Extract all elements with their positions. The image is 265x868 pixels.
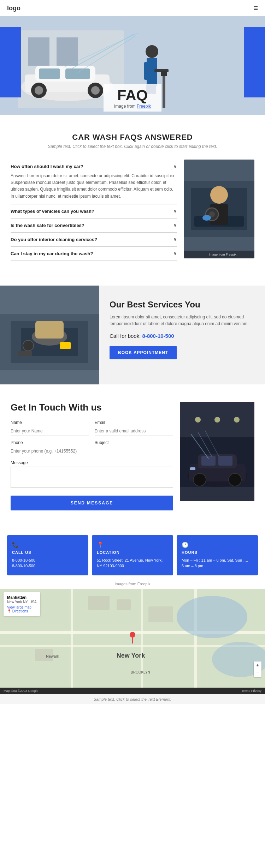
subject-input[interactable]: [95, 447, 173, 456]
svg-rect-40: [35, 321, 64, 339]
faq-question-text-2: What types of vehicles can you wash?: [11, 209, 94, 214]
faq-question-text-3: Is the wash safe for convertibles?: [11, 223, 84, 228]
svg-point-66: [177, 596, 247, 638]
services-text: Lorem ipsum dolor sit amet, consectetur …: [110, 314, 254, 327]
services-title: Our Best Services You: [110, 300, 254, 310]
faq-arrow-5: ∨: [173, 251, 177, 256]
contact-car-image: [180, 402, 254, 501]
svg-text:Newark: Newark: [46, 654, 59, 658]
hero-text-block: FAQ Image from Freepik: [104, 84, 161, 112]
form-group-name: Name: [11, 420, 89, 436]
faq-question-3[interactable]: Is the wash safe for convertibles? ∨: [11, 223, 177, 228]
message-label: Message: [11, 460, 173, 465]
faq-content: How often should I wash my car? ∨ Answer…: [11, 160, 254, 261]
svg-rect-53: [190, 467, 195, 470]
faq-arrow-3: ∨: [173, 223, 177, 228]
name-input[interactable]: [11, 426, 89, 436]
hours-icon: 🕐: [182, 541, 253, 548]
logo: logo: [7, 5, 20, 12]
svg-point-59: [234, 417, 240, 423]
location-icon: 📍: [97, 541, 168, 548]
faq-section: CAR WASH FAQS ANSWERED Sample text. Clic…: [0, 115, 265, 271]
contact-section: Get In Touch With us Name Email Phone Su…: [0, 384, 265, 528]
services-content: Our Best Services You Lorem ipsum dolor …: [99, 286, 265, 384]
svg-point-52: [229, 473, 241, 486]
hamburger-icon[interactable]: ≡: [253, 4, 258, 13]
map-overlay-address: New York NY, USA: [7, 600, 37, 604]
svg-rect-22: [163, 73, 165, 108]
map-placeholder[interactable]: New York Newark BROOKLYN Manhattan New Y…: [0, 589, 265, 688]
hours-card-text: Mon – Fri : 11 am – 8 pm, Sat, Sun …. 6 …: [182, 557, 253, 569]
map-zoom-in[interactable]: +: [254, 662, 261, 669]
faq-heading: CAR WASH FAQS ANSWERED: [11, 133, 254, 142]
map-footer-right: Terms Privacy: [241, 689, 261, 693]
svg-rect-18: [144, 62, 148, 80]
faq-subtext: Sample text. Click to select the text bo…: [11, 144, 254, 149]
map-footer: Map data ©2023 Google Terms Privacy: [0, 688, 265, 694]
hero-title: FAQ: [114, 87, 151, 104]
svg-rect-3: [57, 37, 78, 66]
faq-question-1[interactable]: How often should I wash my car? ∨: [11, 164, 177, 169]
info-cards-section: 📞 CALL US 8-800-10-500, 8-800-10-500 📍 L…: [0, 528, 265, 579]
form-group-subject: Subject: [95, 440, 173, 456]
message-textarea[interactable]: [11, 467, 173, 488]
faq-item-1: How often should I wash my car? ∨ Answer…: [11, 160, 177, 204]
faq-question-2[interactable]: What types of vehicles can you wash? ∨: [11, 209, 177, 214]
contact-form-area: Get In Touch With us Name Email Phone Su…: [11, 402, 173, 510]
form-row-phone-subject: Phone Subject: [11, 440, 173, 456]
faq-item-2: What types of vehicles can you wash? ∨: [11, 204, 177, 219]
info-card-location: 📍 LOCATION 51 Rock Street, 21 Avenue, Ne…: [92, 535, 173, 575]
svg-rect-69: [117, 599, 131, 610]
form-group-email: Email: [95, 420, 173, 436]
faq-arrow-2: ∨: [173, 209, 177, 214]
hero-freepik-link[interactable]: Freepik: [137, 104, 151, 109]
hours-card-title: HOURS: [182, 550, 253, 555]
faq-item-3: Is the wash safe for convertibles? ∨: [11, 219, 177, 233]
svg-point-41: [23, 340, 34, 351]
form-row-name-email: Name Email: [11, 420, 173, 436]
services-section: Our Best Services You Lorem ipsum dolor …: [0, 286, 265, 384]
faq-arrow-4: ∨: [173, 237, 177, 242]
map-zoom-out[interactable]: −: [254, 669, 261, 677]
svg-rect-49: [201, 456, 216, 466]
map-overlay: Manhattan New York NY, USA View large ma…: [4, 592, 40, 616]
svg-text:BROOKLYN: BROOKLYN: [131, 670, 150, 674]
faq-answer-1: Answer: Lorem ipsum dolor sit amet, cons…: [11, 173, 177, 200]
faq-right-image: Image from Freepik: [184, 160, 254, 261]
info-card-hours: 🕐 HOURS Mon – Fri : 11 am – 8 pm, Sat, S…: [177, 535, 258, 575]
phone-link[interactable]: 8-800-10-500: [142, 333, 174, 339]
send-message-button[interactable]: SEND MESSAGE: [11, 496, 173, 510]
svg-point-57: [195, 417, 201, 423]
services-image: [0, 286, 99, 384]
faq-questions: How often should I wash my car? ∨ Answer…: [11, 160, 177, 261]
svg-rect-7: [39, 68, 60, 79]
email-input[interactable]: [95, 426, 173, 436]
svg-text:Image from Freepik: Image from Freepik: [209, 253, 237, 256]
phone-input[interactable]: [11, 447, 89, 456]
svg-rect-71: [148, 606, 173, 622]
map-view-large-link[interactable]: View large map: [7, 605, 37, 609]
svg-point-51: [193, 473, 206, 486]
faq-question-4[interactable]: Do you offer interior cleaning services?…: [11, 237, 177, 242]
svg-rect-2: [28, 37, 49, 66]
svg-point-12: [91, 86, 100, 95]
svg-point-32: [202, 215, 211, 221]
svg-rect-23: [161, 71, 167, 76]
svg-point-58: [214, 417, 220, 423]
faq-question-5[interactable]: Can I stay in my car during the wash? ∨: [11, 251, 177, 256]
form-group-message: Message: [11, 460, 173, 488]
hero-accent-right: [244, 27, 265, 97]
call-icon: 📞: [12, 541, 83, 548]
faq-image: Image from Freepik: [184, 160, 254, 258]
email-label: Email: [95, 420, 173, 425]
svg-text:New York: New York: [117, 652, 145, 659]
book-appointment-button[interactable]: BOOK APPOINTMENT: [110, 346, 177, 359]
map-overlay-title: Manhattan: [7, 595, 37, 599]
sample-text-bar: Sample text. Click to select the Text El…: [0, 694, 265, 704]
faq-question-text-4: Do you offer interior cleaning services?: [11, 237, 97, 242]
faq-interior-svg: Image from Freepik: [184, 160, 254, 258]
faq-question-text-1: How often should I wash my car?: [11, 164, 83, 169]
faq-item-4: Do you offer interior cleaning services?…: [11, 233, 177, 247]
svg-rect-8: [65, 68, 90, 79]
svg-point-16: [146, 45, 158, 58]
